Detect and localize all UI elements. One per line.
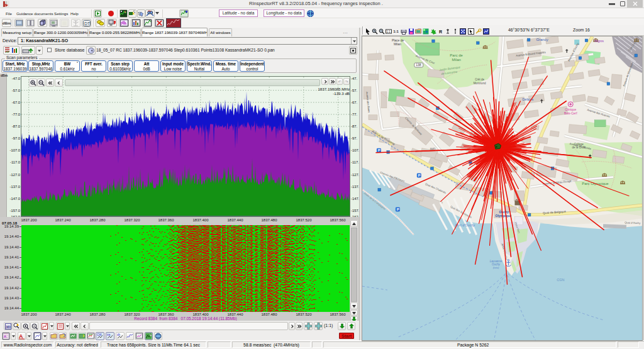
svg-text:Milan: Milan — [452, 58, 461, 62]
svg-text:Quai d'Ouchy: Quai d'Ouchy — [625, 221, 641, 224]
svg-text:Parc Olympique: Parc Olympique — [582, 182, 609, 186]
svg-text:Migros: Migros — [594, 39, 604, 43]
svg-text:Port d'Ouchy: Port d'Ouchy — [455, 223, 476, 227]
svg-text:db: db — [117, 333, 121, 336]
svg-text:P: P — [397, 208, 399, 211]
svg-text:DT: DT — [84, 21, 91, 25]
svg-text:tra: tra — [107, 333, 111, 336]
svg-text:A: A — [4, 335, 6, 338]
svg-text:Olympique: Olympique — [496, 214, 512, 218]
svg-text:CW: CW — [97, 333, 102, 336]
svg-text:P: P — [418, 174, 421, 177]
svg-text:Crêt de: Crêt de — [475, 78, 484, 81]
svg-text:P: P — [378, 148, 380, 152]
svg-text:Parc de: Parc de — [450, 53, 463, 57]
svg-text:Bois-Cerf: Bois-Cerf — [564, 111, 577, 115]
svg-text:Montriond: Montriond — [474, 82, 486, 85]
svg-text:3D: 3D — [6, 324, 11, 328]
svg-text:1:1: 1:1 — [386, 30, 391, 33]
svg-text:138: 138 — [416, 63, 421, 67]
svg-text:Grancy: Grancy — [536, 38, 548, 42]
svg-text:CGN: CGN — [557, 278, 564, 282]
svg-text:(tata): (tata) — [493, 266, 499, 269]
svg-text:Milan: Milan — [394, 42, 401, 46]
